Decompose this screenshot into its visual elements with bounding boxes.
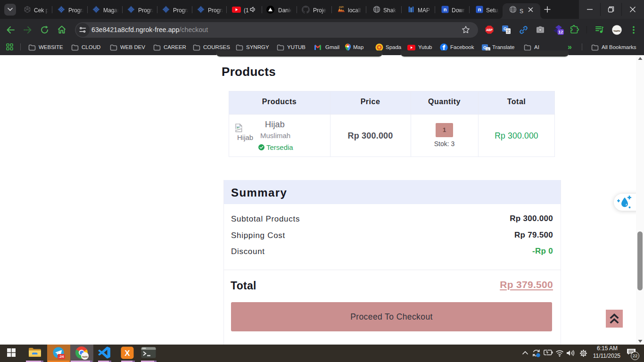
- svg-text:n: n: [444, 7, 447, 12]
- svg-text:ASPI: ASPI: [339, 6, 344, 8]
- svg-text:n: n: [478, 7, 481, 12]
- svg-text:X: X: [124, 349, 130, 358]
- svg-text:12: 12: [558, 30, 563, 34]
- svg-text:ABP: ABP: [486, 28, 493, 32]
